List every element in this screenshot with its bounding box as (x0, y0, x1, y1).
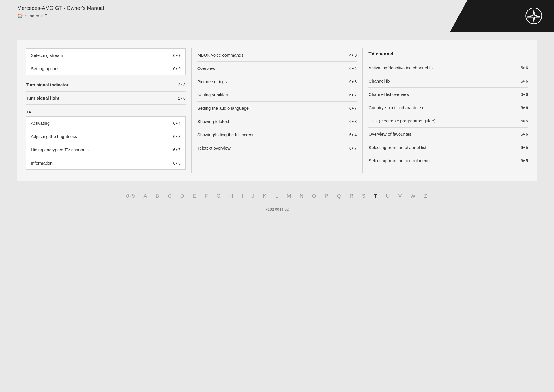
entry-setting-subtitles[interactable]: Setting subtitles 6 ► 7 (197, 88, 357, 102)
entry-label-bold: Turn signal light (26, 96, 175, 100)
entry-page: 6 ► 6 (521, 105, 528, 110)
entry-label: Information (31, 160, 170, 165)
alpha-09[interactable]: 0-9 (126, 193, 135, 199)
entry-label: Channel list overview (368, 92, 518, 97)
entry-information[interactable]: Information 6 ► 3 (26, 156, 185, 169)
alpha-p[interactable]: P (325, 193, 329, 199)
entry-setting-audio-language[interactable]: Setting the audio language 6 ► 7 (197, 102, 357, 115)
alpha-z[interactable]: Z (424, 193, 428, 199)
entry-label: EPG (electronic programme guide) (368, 118, 518, 123)
entry-page: 6 ► 8 (349, 119, 357, 124)
entry-label: Teletext overview (197, 145, 347, 150)
entry-channel-fix[interactable]: Channel fix 6 ► 6 (368, 74, 528, 88)
alpha-n[interactable]: N (300, 193, 304, 199)
entry-page: 6 ► 5 (521, 145, 528, 150)
entry-teletext-overview[interactable]: Teletext overview 6 ► 7 (197, 141, 357, 154)
entry-activating[interactable]: Activating 6 ► 4 (26, 117, 185, 130)
alpha-j[interactable]: J (252, 193, 255, 199)
entry-turn-signal-light[interactable]: Turn signal light 2 ► 8 (26, 92, 186, 105)
breadcrumb: 🏠 > Index > T (17, 13, 104, 18)
entry-page: 6 ► 9 (173, 66, 181, 71)
entry-page: 6 ► 7 (173, 148, 181, 152)
mercedes-logo (525, 7, 542, 25)
entry-channel-list-overview[interactable]: Channel list overview 6 ► 6 (368, 88, 528, 101)
breadcrumb-index[interactable]: Index (29, 13, 39, 18)
alpha-v[interactable]: V (398, 193, 403, 199)
alpha-a[interactable]: A (143, 193, 147, 199)
alpha-q[interactable]: Q (337, 193, 342, 199)
breadcrumb-sep2: > (41, 14, 43, 18)
header-right (433, 5, 537, 31)
entry-page: 6 ► 7 (349, 106, 357, 111)
entry-page: 6 ► 4 (349, 66, 357, 71)
tv-section-heading: TV (26, 105, 186, 116)
entry-overview-favourites[interactable]: Overview of favourites 6 ► 6 (368, 128, 528, 141)
footer: F192 0044 02 (0, 205, 554, 217)
entry-label: Activating/deactivating channel fix (368, 65, 518, 70)
entry-label: Adjusting the brightness (31, 134, 170, 139)
alpha-u[interactable]: U (386, 193, 390, 199)
footer-code: F192 0044 02 (265, 207, 289, 212)
header-left: Mercedes-AMG GT · Owner's Manual 🏠 > Ind… (17, 5, 104, 18)
entry-page: 2 ► 8 (178, 96, 186, 100)
page-title: Mercedes-AMG GT · Owner's Manual (17, 5, 104, 11)
entry-label-bold: Turn signal indicator (26, 82, 175, 87)
alpha-r[interactable]: R (350, 193, 354, 199)
entry-page: 6 ► 8 (349, 79, 357, 84)
alpha-t[interactable]: T (374, 193, 378, 199)
header: Mercedes-AMG GT · Owner's Manual 🏠 > Ind… (0, 0, 554, 34)
alpha-b[interactable]: B (156, 193, 160, 199)
entry-page: 6 ► 5 (521, 158, 528, 163)
entry-country-specific[interactable]: Country-specific character set 6 ► 6 (368, 101, 528, 114)
entry-selecting-stream[interactable]: Selecting stream 6 ► 9 (26, 49, 185, 62)
alpha-c[interactable]: C (168, 193, 172, 199)
entry-overview[interactable]: Overview 6 ► 4 (197, 62, 357, 75)
alpha-d[interactable]: D (180, 193, 184, 199)
entry-page: 6 ► 9 (173, 53, 181, 58)
entry-page: 6 ► 7 (349, 146, 357, 150)
entry-selecting-control-menu[interactable]: Selecting from the control menu 6 ► 5 (368, 154, 528, 167)
alpha-i[interactable]: I (242, 193, 244, 199)
entry-label: Picture settings (197, 79, 347, 84)
entry-activating-deactivating-channel-fix[interactable]: Activating/deactivating channel fix 6 ► … (368, 61, 528, 74)
entry-label: Overview (197, 66, 347, 71)
entry-label: Showing/hiding the full screen (197, 132, 347, 137)
alpha-o[interactable]: O (312, 193, 317, 199)
alpha-f[interactable]: F (205, 193, 208, 199)
entry-label: Channel fix (368, 79, 518, 83)
entry-label: Overview of favourites (368, 132, 518, 137)
alpha-l[interactable]: L (275, 193, 279, 199)
entry-picture-settings[interactable]: Picture settings 6 ► 8 (197, 75, 357, 88)
alpha-nav: 0-9 A B C D E F G H I J K L M N O P Q R … (0, 187, 554, 205)
entry-page: 6 ► 6 (521, 66, 528, 70)
col3-header: TV channel (368, 48, 528, 61)
alpha-w[interactable]: W (411, 193, 416, 199)
entry-hiding-encrypted[interactable]: Hiding encrypted TV channels 6 ► 7 (26, 143, 185, 156)
black-corner (450, 0, 554, 32)
entry-showing-teletext[interactable]: Showing teletext 6 ► 8 (197, 115, 357, 128)
alpha-m[interactable]: M (287, 193, 292, 199)
entry-page: 6 ► 4 (349, 132, 357, 137)
tv-subtable: Activating 6 ► 4 Adjusting the brightnes… (26, 116, 186, 170)
entry-label: Selecting from the control menu (368, 158, 518, 163)
entry-page: 6 ► 3 (173, 161, 181, 165)
entry-page: 6 ► 5 (521, 119, 528, 123)
entry-epg[interactable]: EPG (electronic programme guide) 6 ► 5 (368, 114, 528, 128)
alpha-s[interactable]: S (362, 193, 366, 199)
entry-label: Hiding encrypted TV channels (31, 147, 170, 152)
entry-adjusting-brightness[interactable]: Adjusting the brightness 6 ► 8 (26, 130, 185, 143)
entry-label: Setting the audio language (197, 106, 347, 111)
entry-mbux[interactable]: MBUX voice commands 4 ► 8 (197, 48, 357, 62)
alpha-g[interactable]: G (216, 193, 221, 199)
entry-label: Setting options (31, 66, 170, 71)
alpha-e[interactable]: E (192, 193, 196, 199)
entry-selecting-channel-list[interactable]: Selecting from the channel list 6 ► 5 (368, 141, 528, 154)
alpha-h[interactable]: H (229, 193, 233, 199)
alpha-k[interactable]: K (263, 193, 267, 199)
entry-setting-options[interactable]: Setting options 6 ► 9 (26, 62, 185, 75)
entry-turn-signal-indicator[interactable]: Turn signal indicator 2 ► 8 (26, 78, 186, 92)
breadcrumb-home[interactable]: 🏠 (17, 13, 23, 18)
entry-label: MBUX voice commands (197, 53, 347, 57)
entry-label: Activating (31, 121, 170, 126)
entry-showing-hiding-full-screen[interactable]: Showing/hiding the full screen 6 ► 4 (197, 128, 357, 141)
